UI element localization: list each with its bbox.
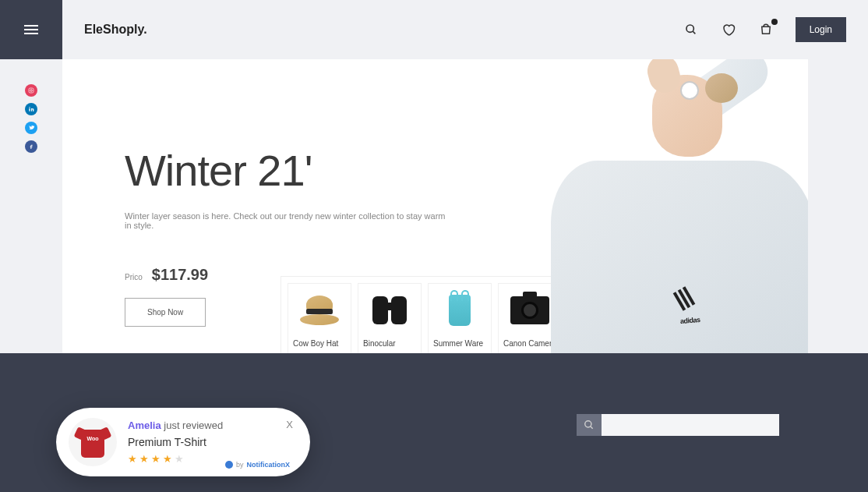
header: EleShoply. Login bbox=[62, 0, 868, 59]
linkedin-icon[interactable] bbox=[25, 103, 37, 115]
hamburger-icon bbox=[24, 25, 38, 34]
svg-rect-2 bbox=[29, 88, 34, 93]
notification-close-button[interactable]: X bbox=[286, 419, 293, 430]
svg-rect-4 bbox=[29, 108, 30, 111]
hero-model-image: adidas bbox=[504, 59, 808, 354]
product-card[interactable]: Cow Boy Hat $19.00 bbox=[288, 283, 351, 354]
footer-search-button[interactable] bbox=[577, 414, 602, 436]
product-card[interactable]: Summer Ware $35.00 bbox=[428, 283, 492, 354]
product-image bbox=[433, 290, 486, 331]
hero-title: Winter 21' bbox=[125, 145, 452, 196]
star-icon: ★ bbox=[163, 453, 172, 465]
review-notification: Woo Amelia just reviewed Premium T-Shirt… bbox=[56, 408, 310, 476]
star-icon: ★ bbox=[128, 453, 137, 465]
brand-logo[interactable]: EleShoply. bbox=[84, 23, 147, 37]
footer-search bbox=[577, 414, 779, 436]
notification-product-image: Woo bbox=[69, 418, 117, 466]
star-icon: ★ bbox=[175, 453, 184, 465]
notification-attribution[interactable]: by NotificationX bbox=[225, 461, 290, 469]
reviewed-product: Premium T-Shirt bbox=[128, 436, 298, 448]
product-image bbox=[363, 290, 416, 331]
product-image bbox=[293, 290, 346, 331]
svg-line-7 bbox=[591, 427, 593, 429]
cart-icon[interactable] bbox=[758, 22, 774, 37]
social-sidebar bbox=[0, 59, 62, 353]
instagram-icon[interactable] bbox=[25, 84, 37, 97]
sidebar-toggle[interactable] bbox=[0, 0, 62, 59]
notification-headline: Amelia just reviewed bbox=[128, 419, 298, 431]
svg-point-0 bbox=[686, 25, 693, 32]
facebook-icon[interactable] bbox=[25, 140, 37, 153]
wishlist-icon[interactable] bbox=[721, 22, 736, 37]
hero-section: Winter 21' Winter layer season is here. … bbox=[62, 59, 808, 354]
product-name: Summer Ware bbox=[433, 338, 486, 349]
reviewer-name: Amelia bbox=[128, 419, 161, 431]
hero-subtitle: Winter layer season is here. Check out o… bbox=[125, 211, 452, 230]
notificationx-logo-icon bbox=[225, 461, 233, 469]
product-card[interactable]: Binocular $299.00 bbox=[358, 283, 422, 354]
svg-line-1 bbox=[693, 31, 695, 34]
footer-search-input[interactable] bbox=[602, 414, 779, 436]
product-name: Cow Boy Hat bbox=[293, 338, 346, 349]
svg-point-3 bbox=[30, 90, 33, 92]
svg-point-5 bbox=[29, 107, 30, 108]
price-value: $117.99 bbox=[152, 266, 208, 284]
notification-body: Amelia just reviewed Premium T-Shirt ★ ★… bbox=[128, 419, 298, 465]
shop-now-button[interactable]: Shop Now bbox=[125, 298, 206, 327]
search-icon[interactable] bbox=[683, 22, 699, 37]
header-actions: Login bbox=[683, 17, 846, 42]
cart-badge bbox=[771, 19, 778, 25]
svg-point-6 bbox=[585, 421, 591, 427]
star-icon: ★ bbox=[151, 453, 161, 465]
price-label: Prico bbox=[125, 273, 143, 281]
login-button[interactable]: Login bbox=[796, 17, 846, 42]
review-action: just reviewed bbox=[164, 419, 223, 431]
star-icon: ★ bbox=[139, 453, 149, 465]
twitter-icon[interactable] bbox=[25, 122, 37, 134]
product-name: Binocular bbox=[363, 338, 416, 349]
